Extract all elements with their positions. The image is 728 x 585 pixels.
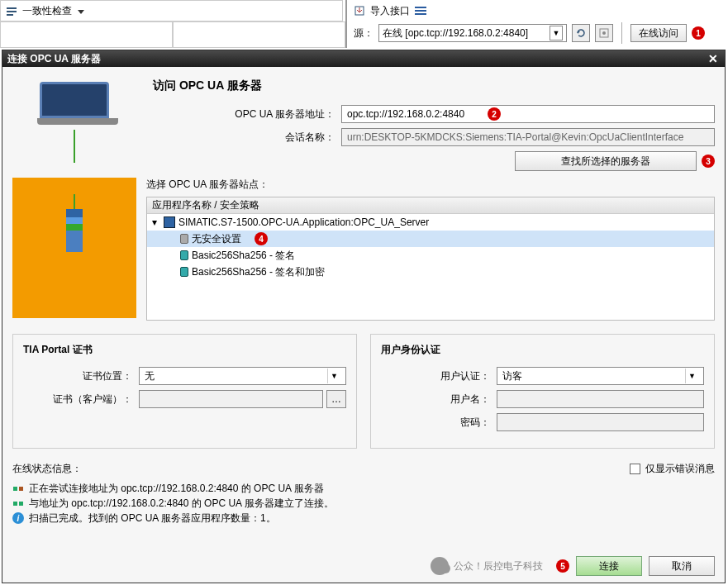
password-label: 密码： [381, 416, 497, 430]
server-addr-label: OPC UA 服务器地址： [136, 107, 341, 121]
tree-item-label: Basic256Sha256 - 签名和加密 [192, 265, 325, 279]
user-auth-label: 用户认证： [381, 369, 497, 383]
errors-only-checkbox[interactable] [630, 464, 640, 474]
cancel-button[interactable]: 取消 [649, 556, 715, 576]
status-section: 在线状态信息： 仅显示错误消息 正在尝试连接地址为 opc.tcp://192.… [12, 462, 715, 526]
svg-marker-8 [578, 31, 580, 34]
svg-rect-13 [13, 502, 17, 506]
svg-marker-3 [78, 10, 84, 14]
status-title: 在线状态信息： [12, 462, 82, 476]
badge-2: 2 [488, 107, 501, 121]
auth-group: 用户身份认证 用户认证： 访客 ▼ 用户名： 密码： [370, 334, 715, 449]
source-value: 在线 [opc.tcp://192.168.0.2:4840] [383, 26, 528, 40]
dialog-footer: 公众！辰控电子科技 5 连接 取消 [2, 549, 725, 583]
cert-location-select[interactable]: 无 ▼ [139, 367, 346, 385]
list-icon[interactable] [415, 5, 426, 17]
server-app-icon [164, 216, 175, 228]
svg-rect-12 [19, 487, 23, 491]
lock-icon [180, 250, 188, 260]
watermark-text: 公众！辰控电子科技 [454, 559, 543, 573]
lock-icon [180, 267, 188, 277]
tree-header: 应用程序名称 / 安全策略 [147, 197, 714, 214]
svg-rect-11 [13, 487, 17, 491]
connect-dialog: 连接 OPC UA 服务器 ✕ 访问 OPC UA 服务器 OPC UA 服务器… [2, 50, 726, 583]
online-access-button[interactable]: 在线访问 [630, 24, 687, 42]
username-input [497, 390, 704, 408]
chevron-down-icon[interactable]: ▼ [550, 26, 563, 40]
dialog-titlebar: 连接 OPC UA 服务器 ✕ [2, 50, 725, 67]
settings-button[interactable] [595, 24, 613, 42]
svg-rect-2 [7, 14, 13, 16]
tia-cert-title: TIA Portal 证书 [23, 343, 346, 357]
errors-only-label: 仅显示错误消息 [645, 462, 715, 476]
svg-rect-0 [7, 7, 17, 9]
server-diagram [12, 178, 136, 318]
cert-location-value: 无 [145, 369, 155, 383]
browse-button[interactable]: … [326, 390, 346, 408]
tree-item-label: 无安全设置 [192, 232, 241, 246]
session-value: urn:DESKTOP-5KMDCKS:Siemens:TIA-Portal@K… [347, 131, 683, 143]
svg-rect-7 [415, 13, 426, 15]
tree-root-label: SIMATIC.S7-1500.OPC-UA.Application:OPC_U… [178, 216, 429, 228]
connect-label: 连接 [599, 559, 619, 573]
cert-location-label: 证书位置： [23, 369, 139, 383]
tree-root-row[interactable]: ▾ SIMATIC.S7-1500.OPC-UA.Application:OPC… [147, 214, 714, 231]
username-label: 用户名： [381, 392, 497, 407]
import-icon [354, 5, 365, 17]
find-server-label: 查找所选择的服务器 [561, 155, 650, 169]
cert-client-label: 证书（客户端）： [23, 392, 139, 407]
session-label: 会话名称： [136, 131, 341, 145]
svg-point-10 [602, 31, 606, 35]
tree-item-signencrypt[interactable]: Basic256Sha256 - 签名和加密 [147, 264, 714, 280]
site-select-label: 选择 OPC UA 服务器站点： [146, 178, 715, 192]
status-row: i 扫描已完成。找到的 OPC UA 服务器应用程序数量：1。 [12, 511, 715, 526]
user-auth-value: 访客 [502, 369, 522, 383]
tree-item-none[interactable]: 无安全设置 4 [147, 231, 714, 247]
user-auth-select[interactable]: 访客 ▼ [497, 367, 704, 385]
consistency-icon [6, 5, 17, 17]
unlock-icon [180, 234, 188, 244]
status-text: 正在尝试连接地址为 opc.tcp://192.168.0.2:4840 的 O… [29, 482, 324, 496]
info-icon: i [12, 512, 24, 524]
svg-rect-6 [415, 10, 426, 12]
wechat-icon [431, 557, 449, 575]
import-interface-label[interactable]: 导入接口 [370, 4, 410, 18]
svg-rect-14 [19, 502, 23, 506]
session-name-input: urn:DESKTOP-5KMDCKS:Siemens:TIA-Portal@K… [341, 128, 715, 146]
toolbar-right: 导入接口 源： 在线 [opc.tcp://192.168.0.2:4840] … [345, 0, 705, 48]
connecting-icon [12, 483, 24, 494]
badge-1: 1 [692, 26, 705, 40]
status-row: 正在尝试连接地址为 opc.tcp://192.168.0.2:4840 的 O… [12, 481, 715, 496]
chevron-down-icon[interactable]: ▼ [327, 369, 340, 383]
tree-item-sign[interactable]: Basic256Sha256 - 签名 [147, 247, 714, 264]
client-diagram [12, 75, 136, 171]
caret-down-icon[interactable]: ▾ [152, 216, 160, 228]
badge-5: 5 [556, 559, 569, 573]
tia-cert-group: TIA Portal 证书 证书位置： 无 ▼ 证书（客户端）： … [12, 334, 357, 449]
connect-button[interactable]: 连接 [576, 556, 642, 576]
tree-item-label: Basic256Sha256 - 签名 [192, 249, 295, 263]
toolbar-left: 一致性检查 [0, 0, 343, 21]
svg-rect-1 [7, 11, 17, 12]
badge-4: 4 [255, 232, 268, 245]
chevron-down-icon[interactable]: ▼ [685, 369, 698, 383]
server-addr-value: opc.tcp://192.168.0.2:4840 [347, 108, 464, 120]
consistency-check-label[interactable]: 一致性检查 [22, 4, 72, 18]
refresh-button[interactable] [572, 24, 590, 42]
find-server-button[interactable]: 查找所选择的服务器 [515, 151, 697, 171]
cert-client-input [139, 390, 323, 408]
close-icon[interactable]: ✕ [707, 52, 720, 65]
status-text: 与地址为 opc.tcp://192.168.0.2:4840 的 OPC UA… [29, 497, 334, 511]
dialog-title: 连接 OPC UA 服务器 [7, 52, 101, 66]
server-addr-input[interactable]: opc.tcp://192.168.0.2:4840 [341, 105, 715, 123]
connected-icon [12, 497, 24, 509]
server-icon [66, 209, 83, 252]
cancel-label: 取消 [672, 559, 692, 573]
auth-title: 用户身份认证 [381, 343, 704, 357]
laptop-icon [37, 82, 112, 128]
source-select[interactable]: 在线 [opc.tcp://192.168.0.2:4840] ▼ [378, 24, 567, 42]
chevron-down-icon[interactable] [77, 7, 85, 15]
panel-columns [0, 21, 345, 48]
online-access-label: 在线访问 [639, 26, 678, 40]
status-row: 与地址为 opc.tcp://192.168.0.2:4840 的 OPC UA… [12, 496, 715, 511]
